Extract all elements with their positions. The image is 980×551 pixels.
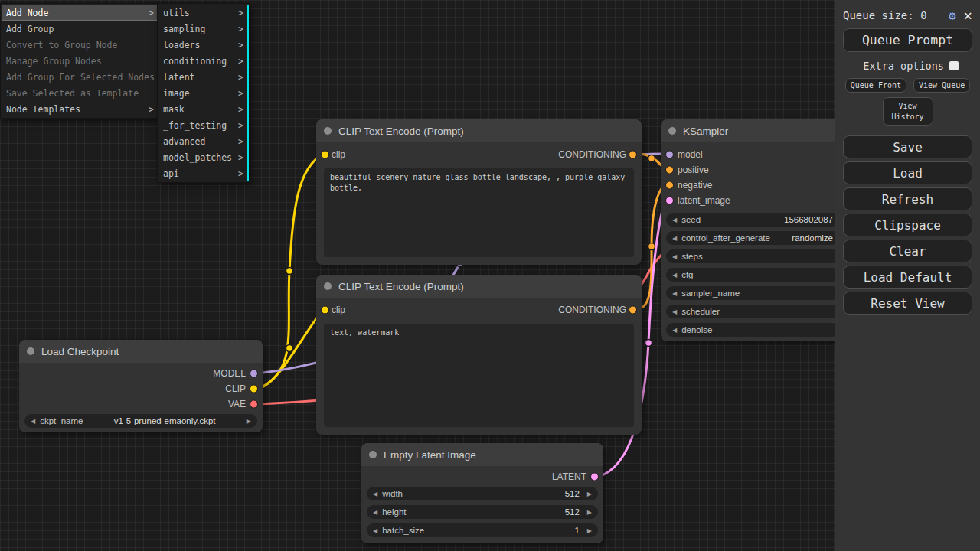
menu-item-add-node[interactable]: Add Node > xyxy=(2,5,158,21)
widget-seed[interactable]: ◀ seed 1566802087 xyxy=(666,213,839,227)
clipspace-button[interactable]: Clipspace xyxy=(843,214,972,236)
decrement-icon[interactable]: ◀ xyxy=(672,253,677,260)
node-header[interactable]: KSampler xyxy=(661,119,844,142)
menu-item-api[interactable]: api> xyxy=(158,165,248,181)
widget-steps[interactable]: ◀ steps xyxy=(666,249,839,263)
menu-item-loaders[interactable]: loaders> xyxy=(158,37,248,53)
increment-icon[interactable]: ▶ xyxy=(587,509,592,516)
submenu-arrow-icon: > xyxy=(238,24,243,34)
node-header[interactable]: CLIP Text Encode (Prompt) xyxy=(316,119,642,142)
node-collapse-dot[interactable] xyxy=(324,282,332,290)
node-ksampler[interactable]: KSampler model positive negative latent_… xyxy=(661,119,844,341)
menu-item-convert-to-group-node[interactable]: Convert to Group Node xyxy=(2,37,158,53)
output-slot-model[interactable] xyxy=(250,370,258,378)
extra-options-checkbox[interactable] xyxy=(949,61,959,70)
node-clip-text-encode-2[interactable]: CLIP Text Encode (Prompt) clip CONDITION… xyxy=(316,275,642,435)
clear-button[interactable]: Clear xyxy=(843,240,972,262)
menu-item-image[interactable]: image> xyxy=(158,85,248,101)
decrement-icon[interactable]: ◀ xyxy=(672,308,677,315)
menu-item-node-templates[interactable]: Node Templates > xyxy=(2,101,158,117)
submenu-arrow-icon: > xyxy=(238,8,243,18)
output-slot-conditioning[interactable] xyxy=(629,306,637,315)
decrement-icon[interactable]: ◀ xyxy=(672,217,677,223)
output-slot-conditioning[interactable] xyxy=(629,151,637,159)
input-slot-clip[interactable] xyxy=(321,151,329,159)
decrement-icon[interactable]: ◀ xyxy=(373,491,377,497)
widget-sampler-name[interactable]: ◀ sampler_name xyxy=(666,286,839,300)
menu-item-add-group-for-selected-nodes[interactable]: Add Group For Selected Nodes xyxy=(2,69,158,85)
widget-cfg[interactable]: ◀ cfg xyxy=(666,268,839,282)
output-slot-latent[interactable] xyxy=(590,473,599,481)
widget-scheduler[interactable]: ◀ scheduler xyxy=(666,305,839,318)
load-default-button[interactable]: Load Default xyxy=(843,266,972,289)
menu-item-add-group[interactable]: Add Group xyxy=(2,21,158,37)
node-collapse-dot[interactable] xyxy=(324,127,332,135)
next-option-icon[interactable]: ▶ xyxy=(247,418,251,425)
input-slot-label: clip xyxy=(332,305,345,315)
prompt-text-input[interactable]: text, watermark xyxy=(324,324,634,427)
node-collapse-dot[interactable] xyxy=(369,451,377,458)
node-load-checkpoint[interactable]: Load Checkpoint MODEL CLIP VAE ◀ ckpt_na… xyxy=(19,340,263,432)
node-header[interactable]: Load Checkpoint xyxy=(19,340,263,363)
input-slot-model[interactable] xyxy=(665,151,674,159)
node-header[interactable]: Empty Latent Image xyxy=(361,443,603,466)
decrement-icon[interactable]: ◀ xyxy=(672,327,677,334)
node-collapse-dot[interactable] xyxy=(27,347,34,355)
prev-option-icon[interactable]: ◀ xyxy=(31,418,35,425)
menu-item-save-selected-as-template[interactable]: Save Selected as Template xyxy=(2,85,158,101)
decrement-icon[interactable]: ◀ xyxy=(373,527,377,534)
close-panel-icon[interactable]: × xyxy=(964,8,972,23)
output-slot-clip[interactable] xyxy=(250,385,258,393)
output-slot-label: CONDITIONING xyxy=(558,305,626,315)
submenu-arrow-icon: > xyxy=(238,152,243,163)
input-slot-positive[interactable] xyxy=(665,166,674,174)
view-queue-button[interactable]: View Queue xyxy=(913,78,970,93)
widget-batch-size[interactable]: ◀ batch_size 1 ▶ xyxy=(367,523,598,537)
node-title: CLIP Text Encode (Prompt) xyxy=(338,281,464,292)
menu-item-mask[interactable]: mask> xyxy=(158,101,248,117)
widget-control-after-generate[interactable]: ◀ control_after_generate randomize xyxy=(666,231,839,245)
queue-front-button[interactable]: Queue Front xyxy=(845,78,906,93)
settings-gear-icon[interactable]: ⚙ xyxy=(949,8,956,23)
node-collapse-dot[interactable] xyxy=(668,127,676,135)
output-slot-vae[interactable] xyxy=(250,400,258,409)
submenu-arrow-icon: > xyxy=(238,136,243,147)
menu-item-for-testing[interactable]: _for_testing> xyxy=(158,117,248,133)
input-slot-negative[interactable] xyxy=(665,181,674,190)
menu-item-model-patches[interactable]: model_patches> xyxy=(158,149,248,165)
widget-ckpt-name[interactable]: ◀ ckpt_name v1-5-pruned-emaonly.ckpt ▶ xyxy=(24,414,257,428)
menu-item-sampling[interactable]: sampling> xyxy=(158,21,248,37)
node-empty-latent-image[interactable]: Empty Latent Image LATENT ◀ width 512 ▶ … xyxy=(361,443,603,543)
load-button[interactable]: Load xyxy=(843,161,972,184)
widget-denoise[interactable]: ◀ denoise xyxy=(666,323,839,337)
node-clip-text-encode-1[interactable]: CLIP Text Encode (Prompt) clip CONDITION… xyxy=(316,119,642,265)
view-history-button[interactable]: View History xyxy=(883,97,933,126)
menu-item-latent[interactable]: latent> xyxy=(158,69,248,85)
decrement-icon[interactable]: ◀ xyxy=(672,272,677,279)
output-slot-label: CONDITIONING xyxy=(558,149,626,160)
menu-item-advanced[interactable]: advanced> xyxy=(158,133,248,149)
context-menu: Add Node > Add Group Convert to Group No… xyxy=(0,3,160,119)
refresh-button[interactable]: Refresh xyxy=(843,187,972,210)
input-slot-latent-image[interactable] xyxy=(665,197,674,205)
submenu-arrow-icon: > xyxy=(238,104,243,115)
node-header[interactable]: CLIP Text Encode (Prompt) xyxy=(316,275,642,298)
prompt-text-input[interactable]: beautiful scenery nature glass bottle la… xyxy=(324,168,634,257)
decrement-icon[interactable]: ◀ xyxy=(672,235,677,242)
input-slot-clip[interactable] xyxy=(321,306,329,315)
menu-item-utils[interactable]: utils> xyxy=(158,5,248,21)
menu-item-manage-group-nodes[interactable]: Manage Group Nodes xyxy=(2,53,158,69)
submenu-arrow-icon: > xyxy=(238,56,243,67)
decrement-icon[interactable]: ◀ xyxy=(373,509,377,516)
menu-item-conditioning[interactable]: conditioning> xyxy=(158,53,248,69)
reset-view-button[interactable]: Reset View xyxy=(843,292,972,315)
widget-height[interactable]: ◀ height 512 ▶ xyxy=(367,505,598,519)
decrement-icon[interactable]: ◀ xyxy=(672,290,677,297)
output-slot-label: MODEL xyxy=(213,368,246,379)
queue-prompt-button[interactable]: Queue Prompt xyxy=(843,28,972,52)
increment-icon[interactable]: ▶ xyxy=(587,527,592,534)
save-button[interactable]: Save xyxy=(843,135,972,158)
widget-width[interactable]: ◀ width 512 ▶ xyxy=(367,487,598,500)
input-slot-label: negative xyxy=(678,180,712,191)
increment-icon[interactable]: ▶ xyxy=(587,491,592,497)
